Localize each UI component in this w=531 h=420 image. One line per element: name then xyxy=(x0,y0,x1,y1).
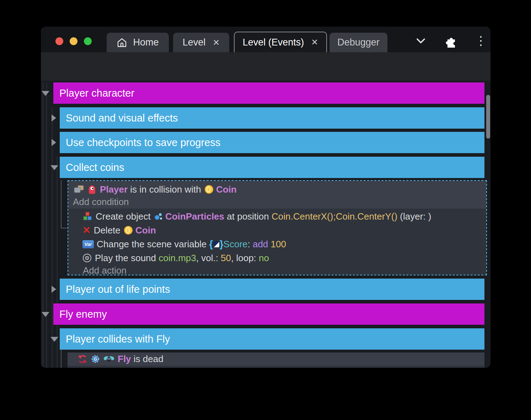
object-name: Fly xyxy=(118,354,131,365)
fullscreen-window-button[interactable] xyxy=(84,37,92,45)
indent-guide xyxy=(46,82,47,368)
behavior-gear-icon: G xyxy=(91,354,100,364)
action-text: , loop: xyxy=(231,253,259,264)
variable-badge-image xyxy=(213,241,219,247)
coin-object-icon xyxy=(124,226,133,235)
expand-arrow-checkpoints[interactable] xyxy=(52,139,56,146)
action-row-create-object[interactable]: Create object CoinParticles at position … xyxy=(82,210,431,223)
collapse-arrow-fly-enemy[interactable] xyxy=(42,312,49,317)
tab-label: Level (Events) xyxy=(243,37,304,48)
expression-value: Coin.CenterX();Coin.CenterY() xyxy=(272,211,397,222)
chevron-down-icon[interactable] xyxy=(415,37,427,45)
collision-condition-icon xyxy=(73,185,84,194)
group-label: Sound and visual effects xyxy=(66,112,178,124)
sound-file-name: coin.mp3 xyxy=(159,253,196,264)
gdevelop-window: Home Level ✕ Level (Events) ✕ Debugger ⋮ xyxy=(41,27,490,368)
tab-label: Level xyxy=(183,37,206,48)
group-label: Player out of life points xyxy=(66,284,170,295)
group-row-out-of-life[interactable]: Player out of life points xyxy=(60,279,484,300)
extensions-puzzle-icon[interactable] xyxy=(444,34,458,48)
group-label: Player character xyxy=(59,87,134,99)
variable-badge-icon: } xyxy=(220,239,224,250)
group-row-player-character[interactable]: Player character xyxy=(53,82,484,104)
scrollbar-thumb[interactable] xyxy=(486,95,490,139)
tree-connector xyxy=(61,180,61,228)
action-text: Delete xyxy=(94,225,123,236)
action-row-play-sound[interactable]: Play the sound coin.mp3, vol.: 50, loop:… xyxy=(82,251,269,265)
object-name: Player xyxy=(100,184,128,195)
tab-label: Debugger xyxy=(337,37,380,48)
add-action-button[interactable]: Add action xyxy=(83,265,127,276)
expand-arrow-out-of-life[interactable] xyxy=(52,286,56,293)
delete-action-icon: ✕ xyxy=(82,225,91,236)
collapse-arrow-player-character[interactable] xyxy=(42,91,49,96)
group-row-sound-effects[interactable]: Sound and visual effects xyxy=(60,107,484,129)
action-text: at position xyxy=(224,211,272,222)
tab-level-events[interactable]: Level (Events) ✕ xyxy=(234,32,327,52)
actions-area: Create object CoinParticles at position … xyxy=(68,209,486,275)
conditions-area: Player is in collision with Coin Add con… xyxy=(68,181,486,209)
tab-level[interactable]: Level ✕ xyxy=(173,33,229,52)
tab-label: Home xyxy=(133,37,159,48)
action-text: Create object xyxy=(96,211,153,222)
tree-connector xyxy=(61,228,67,228)
variable-action-icon: Var xyxy=(82,240,94,248)
action-row-delete[interactable]: ✕ Delete Coin xyxy=(82,224,156,237)
group-label: Fly enemy xyxy=(59,308,107,320)
group-row-collect-coins[interactable]: Collect coins xyxy=(60,157,484,178)
variable-badge-icon: { xyxy=(209,239,213,250)
close-tab-icon[interactable]: ✕ xyxy=(213,38,220,48)
toolbar xyxy=(41,52,490,81)
fly-event-actions-strip xyxy=(68,366,484,368)
audio-action-icon xyxy=(82,253,92,263)
volume-value: 50 xyxy=(221,253,231,264)
coin-object-icon xyxy=(204,185,214,194)
group-label: Collect coins xyxy=(66,162,124,173)
indent-guide xyxy=(52,107,53,368)
group-label: Use checkpoints to save progress xyxy=(66,137,220,149)
minimize-window-button[interactable] xyxy=(70,37,77,45)
collapse-arrow-collect-coins[interactable] xyxy=(50,165,58,170)
object-name: CoinParticles xyxy=(165,211,224,222)
tab-home[interactable]: Home xyxy=(107,33,169,52)
add-condition-button[interactable]: Add condition xyxy=(73,196,129,208)
create-object-icon xyxy=(82,211,92,221)
window-controls xyxy=(55,37,92,45)
group-row-player-collides-fly[interactable]: Player collides with Fly xyxy=(60,328,484,350)
collapse-arrow-player-collides-fly[interactable] xyxy=(50,337,58,342)
player-object-icon xyxy=(87,184,97,195)
condition-row-fly-dead[interactable]: G Fly is dead xyxy=(68,352,484,366)
group-row-checkpoints[interactable]: Use checkpoints to save progress xyxy=(60,132,484,153)
expand-arrow-sound-effects[interactable] xyxy=(52,114,56,122)
condition-text: is in collision with xyxy=(128,184,204,195)
action-text: (layer: ) xyxy=(397,211,431,222)
group-label: Player collides with Fly xyxy=(66,333,170,345)
tab-debugger[interactable]: Debugger xyxy=(329,33,387,52)
overflow-menu-icon[interactable]: ⋮ xyxy=(475,34,487,47)
tree-connector xyxy=(61,350,61,368)
number-value: 100 xyxy=(271,239,286,250)
action-text: Play the sound xyxy=(95,253,159,264)
action-row-change-variable[interactable]: Var Change the scene variable {}Score: a… xyxy=(82,237,286,251)
close-tab-icon[interactable]: ✕ xyxy=(311,37,318,47)
object-name: Coin xyxy=(216,184,237,195)
repeat-arrows-icon xyxy=(77,354,87,364)
condition-row-collision[interactable]: Player is in collision with Coin xyxy=(73,183,237,196)
fly-object-icon xyxy=(103,355,114,363)
action-text: , vol.: xyxy=(196,253,221,264)
coin-particles-icon xyxy=(154,212,163,221)
operator-keyword: add xyxy=(253,239,271,250)
action-text: : xyxy=(248,239,253,250)
svg-text:G: G xyxy=(94,357,97,362)
loop-value: no xyxy=(259,253,269,264)
tab-bar: Home Level ✕ Level (Events) ✕ Debugger ⋮ xyxy=(41,27,490,52)
indent-guide xyxy=(57,157,58,368)
group-row-fly-enemy[interactable]: Fly enemy xyxy=(53,303,484,325)
condition-text: is dead xyxy=(131,354,163,365)
selected-event-block[interactable]: Player is in collision with Coin Add con… xyxy=(68,180,487,275)
close-window-button[interactable] xyxy=(55,37,63,45)
object-name: Coin xyxy=(135,225,156,236)
action-text: Change the scene variable xyxy=(97,239,209,250)
indent-guide xyxy=(42,82,44,368)
home-icon xyxy=(117,37,127,48)
